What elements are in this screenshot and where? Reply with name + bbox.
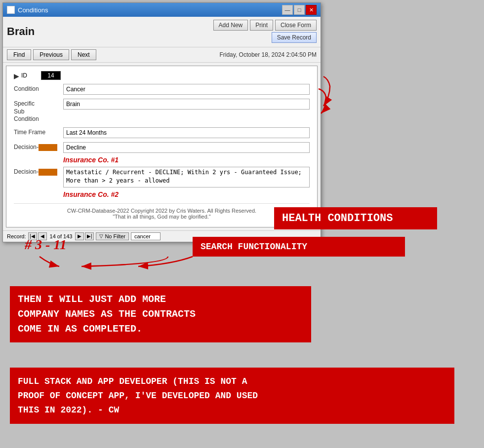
insurance-label-2: Insurance Co. #2 bbox=[63, 190, 310, 198]
add-new-button[interactable]: Add New bbox=[213, 20, 248, 31]
form-container: ▶ ID 14 Condition SpecificSubCondition T… bbox=[6, 66, 318, 227]
footer-line2: "That in all things, God may be glorifie… bbox=[14, 214, 310, 220]
form-footer: CW-CRM-Database-2022 Copyright 2022 by C… bbox=[14, 203, 310, 220]
insurance-label-1: Insurance Co. #1 bbox=[63, 156, 310, 164]
decision1-label: Decision- bbox=[14, 142, 63, 151]
filter-icon: ▽ bbox=[99, 233, 103, 239]
id-label: ID bbox=[21, 72, 41, 79]
filter-button[interactable]: ▽ No Filter bbox=[96, 232, 129, 240]
developer-annotation: FULL STACK AND APP DEVELOPER (THIS IS NO… bbox=[10, 368, 454, 424]
window-title: Conditions bbox=[18, 6, 48, 14]
search-display: cancer bbox=[131, 232, 161, 240]
health-conditions-annotation: HEALTH CONDITIONS bbox=[274, 207, 437, 229]
close-button[interactable]: ✕ bbox=[306, 5, 317, 15]
decision1-input[interactable] bbox=[63, 142, 310, 153]
search-functionality-annotation: SEARCH FUNCTIONALITY bbox=[193, 237, 405, 257]
window-icon: ⊞ bbox=[7, 6, 15, 14]
maximize-button[interactable]: □ bbox=[294, 5, 305, 15]
last-record-button[interactable]: ▶| bbox=[85, 232, 94, 240]
specific-sub-condition-row: SpecificSubCondition bbox=[14, 99, 310, 123]
title-controls: — □ ✕ bbox=[282, 5, 317, 15]
decision1-row: Decision- bbox=[14, 142, 310, 153]
condition-input[interactable] bbox=[63, 84, 310, 95]
add-more-annotation: THEN I WILL JUST ADD MORE COMPANY NAMES … bbox=[10, 286, 311, 342]
print-button[interactable]: Print bbox=[250, 20, 273, 31]
condition-label: Condition bbox=[14, 84, 63, 92]
decision2-row: Decision- Metastatic / Recurrent - DECLI… bbox=[14, 167, 310, 187]
toolbar-buttons: Add New Print Close Form Save Record bbox=[213, 20, 317, 43]
next-button[interactable]: Next bbox=[71, 49, 96, 60]
toolbar-area: Brain Add New Print Close Form Save Reco… bbox=[3, 17, 321, 47]
save-record-button[interactable]: Save Record bbox=[272, 32, 317, 43]
record-position: 14 of 143 bbox=[50, 233, 73, 239]
close-form-button[interactable]: Close Form bbox=[275, 20, 317, 31]
decision2-input[interactable]: Metastatic / Recurrent - DECLINE; Within… bbox=[63, 167, 310, 187]
record-indicator: ▶ bbox=[14, 72, 19, 80]
conditions-window: ⊞ Conditions — □ ✕ Brain Add New Print C… bbox=[2, 2, 321, 242]
next-record-button[interactable]: ▶ bbox=[75, 232, 84, 240]
datetime-display: Friday, October 18, 2024 2:04:50 PM bbox=[219, 51, 317, 58]
title-bar: ⊞ Conditions — □ ✕ bbox=[3, 3, 321, 17]
specific-sub-condition-label: SpecificSubCondition bbox=[14, 99, 63, 123]
decision2-label: Decision- bbox=[14, 167, 63, 176]
filter-label: No Filter bbox=[105, 233, 125, 239]
time-frame-row: Time Frame bbox=[14, 127, 310, 138]
record-label: Record: bbox=[7, 233, 26, 239]
prev-record-button[interactable]: ◀ bbox=[38, 232, 47, 240]
find-button[interactable]: Find bbox=[7, 49, 31, 60]
footer-line1: CW-CRM-Database-2022 Copyright 2022 by C… bbox=[14, 208, 310, 214]
time-frame-label: Time Frame bbox=[14, 127, 63, 136]
minimize-button[interactable]: — bbox=[282, 5, 293, 15]
first-record-button[interactable]: |◀ bbox=[28, 232, 37, 240]
id-value: 14 bbox=[41, 71, 61, 80]
nav-buttons: Find Previous Next bbox=[7, 49, 96, 60]
previous-button[interactable]: Previous bbox=[33, 49, 69, 60]
status-nav: |◀ ◀ 14 of 143 ▶ ▶| bbox=[28, 232, 94, 240]
time-frame-input[interactable] bbox=[63, 127, 310, 138]
id-row: ID 14 bbox=[21, 71, 310, 80]
nav-bar: Find Previous Next Friday, October 18, 2… bbox=[3, 47, 321, 63]
specific-sub-condition-input[interactable] bbox=[63, 99, 310, 110]
condition-row: Condition bbox=[14, 84, 310, 95]
app-title: Brain bbox=[7, 25, 35, 38]
